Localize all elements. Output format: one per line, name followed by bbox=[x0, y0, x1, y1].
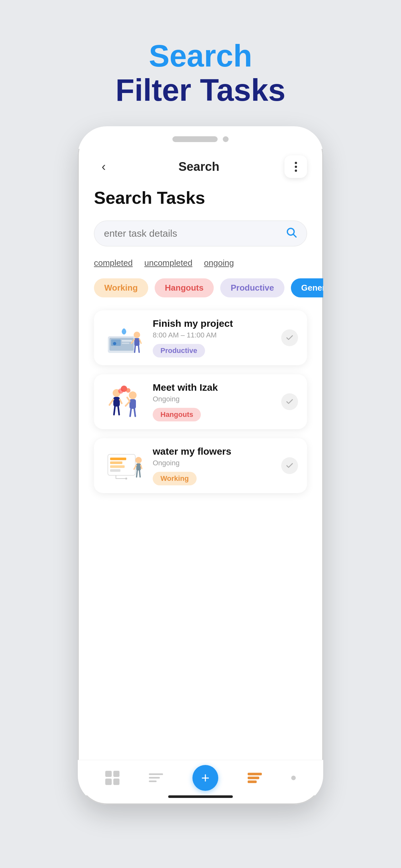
nav-list-button[interactable] bbox=[149, 771, 163, 785]
grid-icon bbox=[105, 771, 120, 785]
svg-rect-32 bbox=[110, 465, 125, 468]
nav-title: Search bbox=[179, 160, 220, 174]
menu-button[interactable] bbox=[284, 155, 307, 178]
filter-tabs: completed uncompleted ongoing bbox=[94, 258, 307, 268]
svg-rect-15 bbox=[113, 397, 120, 407]
svg-rect-29 bbox=[108, 454, 135, 475]
task-name: water my flowers bbox=[153, 446, 274, 457]
svg-rect-33 bbox=[110, 469, 120, 472]
home-indicator bbox=[168, 795, 233, 798]
bottom-nav: + bbox=[78, 760, 323, 795]
phone-camera-dot bbox=[223, 136, 228, 142]
dots-vertical-icon bbox=[295, 166, 297, 168]
search-icon bbox=[285, 226, 297, 241]
task-card-water-flowers[interactable]: water my flowers Ongoing Working bbox=[94, 438, 307, 493]
task-info-meet-izak: Meet with Izak Ongoing Hangouts bbox=[153, 382, 274, 422]
svg-point-20 bbox=[129, 392, 136, 399]
tasks-icon bbox=[248, 771, 262, 785]
svg-point-27 bbox=[126, 388, 130, 393]
task-name: Finish my project bbox=[153, 318, 274, 329]
svg-line-25 bbox=[134, 409, 135, 416]
task-info-finish-project: Finish my project 8:00 AM – 11:00 AM Pro… bbox=[153, 318, 274, 358]
page-title: Search Tasks bbox=[94, 188, 307, 208]
nav-home-button[interactable] bbox=[105, 771, 120, 785]
svg-line-11 bbox=[140, 339, 141, 343]
svg-point-28 bbox=[118, 389, 123, 394]
task-tag-hangouts: Hangouts bbox=[153, 408, 201, 422]
chip-working[interactable]: Working bbox=[94, 278, 148, 298]
svg-rect-6 bbox=[122, 340, 132, 342]
svg-line-37 bbox=[141, 465, 142, 469]
search-input[interactable] bbox=[104, 228, 285, 239]
task-illustration-hangout bbox=[103, 384, 145, 420]
svg-rect-30 bbox=[110, 458, 126, 460]
task-illustration-water bbox=[103, 448, 145, 484]
svg-rect-7 bbox=[122, 343, 129, 344]
task-time: Ongoing bbox=[153, 459, 274, 467]
svg-line-18 bbox=[114, 407, 115, 414]
svg-point-8 bbox=[134, 332, 140, 338]
svg-rect-35 bbox=[136, 463, 141, 470]
task-time: Ongoing bbox=[153, 395, 274, 403]
task-card-meet-izak[interactable]: Meet with Izak Ongoing Hangouts bbox=[94, 374, 307, 429]
svg-point-40 bbox=[125, 477, 127, 479]
svg-line-12 bbox=[135, 346, 135, 352]
svg-line-24 bbox=[130, 409, 131, 416]
header-search-text: Search bbox=[116, 39, 285, 73]
main-content: Search Tasks completed uncompleted ongoi… bbox=[78, 184, 323, 760]
svg-line-1 bbox=[294, 234, 296, 237]
svg-rect-31 bbox=[110, 461, 122, 464]
task-tag-working: Working bbox=[153, 472, 197, 485]
svg-line-16 bbox=[110, 399, 113, 405]
list-icon bbox=[149, 771, 163, 785]
svg-rect-9 bbox=[134, 338, 140, 346]
task-card-finish-project[interactable]: Finish my project 8:00 AM – 11:00 AM Pro… bbox=[94, 310, 307, 365]
search-bar[interactable] bbox=[94, 221, 307, 246]
filter-tab-completed[interactable]: completed bbox=[94, 258, 133, 268]
chip-hangouts[interactable]: Hangouts bbox=[155, 278, 214, 298]
svg-rect-21 bbox=[129, 399, 136, 409]
add-task-button[interactable]: + bbox=[192, 765, 218, 791]
task-time: 8:00 AM – 11:00 AM bbox=[153, 331, 274, 339]
svg-line-22 bbox=[126, 402, 129, 406]
dots-vertical-icon bbox=[295, 169, 297, 172]
svg-line-19 bbox=[118, 407, 119, 414]
phone-pill bbox=[173, 136, 218, 142]
svg-line-38 bbox=[136, 470, 137, 477]
page-header: Search Filter Tasks bbox=[116, 39, 285, 107]
chip-generic[interactable]: Generic bbox=[291, 278, 323, 298]
more-icon bbox=[291, 776, 296, 780]
task-illustration-project bbox=[103, 320, 145, 355]
task-check-button[interactable] bbox=[281, 457, 298, 474]
svg-point-34 bbox=[135, 457, 142, 463]
svg-line-13 bbox=[138, 346, 139, 352]
nav-tasks-button[interactable] bbox=[248, 771, 262, 785]
svg-line-23 bbox=[127, 398, 129, 401]
filter-tab-uncompleted[interactable]: uncompleted bbox=[144, 258, 192, 268]
svg-line-39 bbox=[140, 470, 140, 477]
plus-icon: + bbox=[201, 770, 210, 786]
dots-vertical-icon bbox=[295, 162, 297, 164]
nav-more-button[interactable] bbox=[291, 776, 296, 780]
filter-tab-ongoing[interactable]: ongoing bbox=[204, 258, 234, 268]
svg-point-5 bbox=[113, 342, 116, 345]
nav-bar: ‹ Search bbox=[78, 149, 323, 184]
svg-line-17 bbox=[120, 399, 122, 403]
phone-status-bar bbox=[78, 126, 323, 149]
header-filter-text: Filter Tasks bbox=[116, 73, 285, 107]
task-tag-productive: Productive bbox=[153, 344, 205, 358]
task-check-button[interactable] bbox=[281, 330, 298, 346]
back-button[interactable]: ‹ bbox=[94, 157, 113, 176]
category-chips: Working Hangouts Productive Generic bbox=[94, 278, 307, 298]
phone-frame: ‹ Search Search Tasks completed uncomple… bbox=[78, 126, 323, 804]
chip-productive[interactable]: Productive bbox=[220, 278, 284, 298]
task-check-button[interactable] bbox=[281, 393, 298, 410]
task-name: Meet with Izak bbox=[153, 382, 274, 393]
task-info-water-flowers: water my flowers Ongoing Working bbox=[153, 446, 274, 485]
